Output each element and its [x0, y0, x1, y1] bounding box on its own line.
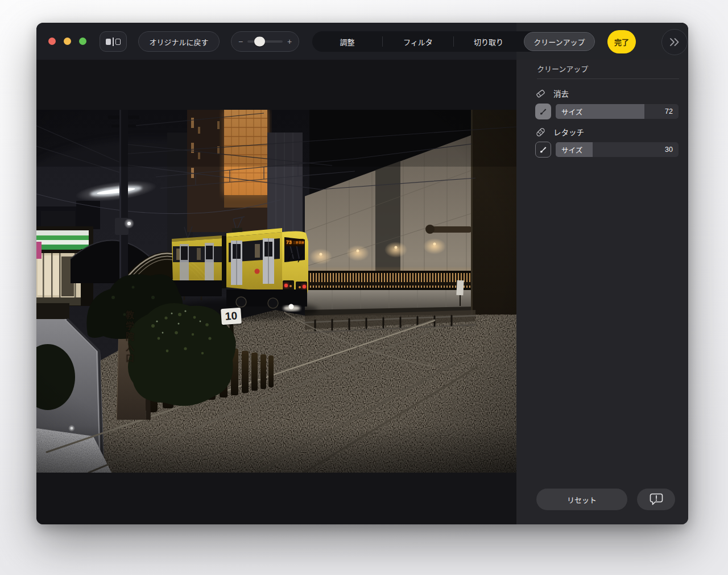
tab-cleanup[interactable]: クリーンアップ — [524, 32, 595, 51]
erase-size-value: 72 — [665, 107, 673, 115]
tab-filters[interactable]: フィルタ — [383, 32, 453, 51]
more-tools-button[interactable] — [661, 29, 688, 55]
night-train-scene — [36, 110, 516, 473]
photo-pillar-text: 教学院入口 — [123, 311, 135, 410]
feedback-button[interactable] — [637, 489, 675, 510]
retouch-section-header: レタッチ — [535, 126, 584, 138]
minimize-button[interactable] — [64, 38, 71, 45]
retouch-size-value: 30 — [665, 146, 673, 154]
compare-original-button[interactable] — [100, 31, 127, 52]
retouch-size-slider[interactable]: サイズ 30 — [556, 142, 679, 157]
retouch-size-label: サイズ — [561, 144, 582, 155]
erase-size-label: サイズ — [561, 106, 582, 117]
reset-button[interactable]: リセット — [536, 489, 627, 510]
revert-to-original-button[interactable]: オリジナルに戻す — [138, 31, 220, 52]
close-button[interactable] — [48, 38, 56, 45]
photo-platform-sign: 10 — [221, 308, 242, 325]
photo[interactable]: 73 三軒茶屋 10 教学院入口 — [36, 110, 516, 473]
compare-icon — [106, 38, 121, 46]
zoom-slider-track[interactable] — [247, 40, 283, 43]
erase-label: 消去 — [553, 88, 569, 99]
retouch-brush-button[interactable] — [535, 142, 551, 158]
desktop-background: オリジナルに戻す − + 調整 フィルタ 切り取り クリーンアップ 完了 — [0, 0, 728, 575]
bandage-icon — [535, 127, 546, 138]
train-destination-display: 73 三軒茶屋 — [285, 238, 304, 246]
brush-icon — [539, 107, 548, 116]
tab-adjust[interactable]: 調整 — [312, 32, 382, 51]
zoom-in-icon[interactable]: + — [287, 37, 292, 46]
fullscreen-button[interactable] — [79, 38, 86, 45]
brush-icon — [539, 145, 548, 154]
train-destination-text: 三軒茶屋 — [293, 240, 304, 244]
cleanup-panel: クリーンアップ 消去 サイズ — [516, 60, 688, 524]
feedback-bubble-icon — [650, 493, 663, 506]
edit-mode-tabs: 調整 フィルタ 切り取り クリーンアップ — [312, 31, 595, 52]
divider — [537, 78, 679, 79]
erase-brush-button[interactable] — [535, 104, 551, 119]
erase-section-header: 消去 — [535, 88, 569, 99]
done-button[interactable]: 完了 — [607, 30, 636, 53]
photo-canvas: 73 三軒茶屋 10 教学院入口 — [36, 60, 516, 524]
zoom-slider-knob[interactable] — [254, 37, 265, 47]
toolbar: オリジナルに戻す − + 調整 フィルタ 切り取り クリーンアップ 完了 — [36, 23, 688, 60]
panel-title: クリーンアップ — [537, 63, 588, 74]
double-chevron-icon — [669, 38, 680, 47]
retouch-label: レタッチ — [553, 126, 584, 138]
photos-edit-window: オリジナルに戻す − + 調整 フィルタ 切り取り クリーンアップ 完了 — [36, 23, 688, 524]
window-controls — [48, 38, 86, 45]
zoom-slider[interactable]: − + — [231, 31, 299, 52]
tab-crop[interactable]: 切り取り — [454, 32, 524, 51]
zoom-out-icon[interactable]: − — [238, 37, 243, 46]
eraser-icon — [535, 88, 546, 99]
panel-footer: リセット — [536, 489, 675, 510]
erase-size-slider[interactable]: サイズ 72 — [556, 104, 679, 119]
train-route-number: 73 — [286, 239, 292, 245]
